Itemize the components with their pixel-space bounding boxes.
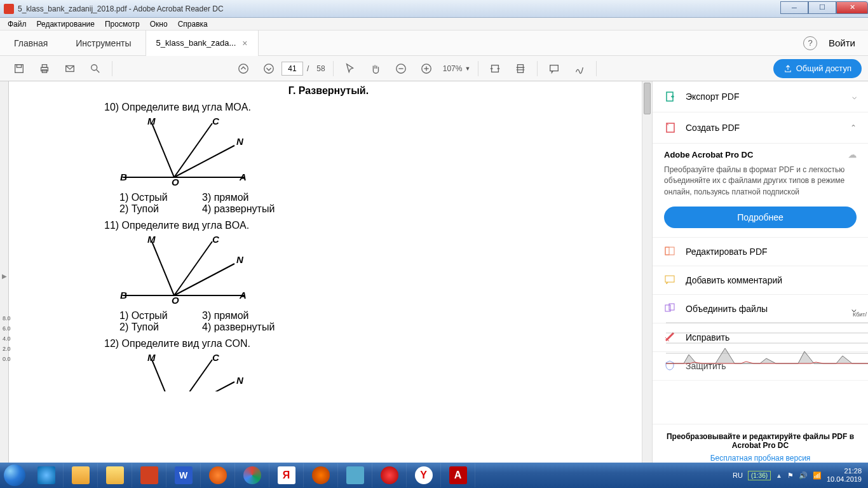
tray-overflow-icon[interactable]: ▲ [776, 472, 782, 479]
main-area: ▶ Г. Развернутый. 10) Определите вид угл… [0, 81, 868, 470]
free-trial-link[interactable]: Бесплатная пробная версия [661, 454, 859, 463]
search-icon[interactable] [86, 60, 104, 78]
help-button[interactable]: ? [803, 36, 817, 50]
flag-icon[interactable]: ⚑ [787, 471, 794, 480]
taskbar-opera[interactable] [372, 463, 407, 487]
taskbar-explorer[interactable] [64, 463, 98, 487]
window-titlebar: 5_klass_bank_zadanij_2018.pdf - Adobe Ac… [0, 0, 868, 18]
zoom-out-icon[interactable] [392, 60, 410, 78]
fit-page-icon[interactable] [512, 60, 529, 78]
svg-line-20 [174, 123, 212, 177]
export-label: Экспорт PDF [686, 92, 852, 102]
opt: 2) Тупой [119, 203, 202, 215]
create-label: Создать PDF [686, 123, 850, 133]
zoom-in-icon[interactable] [417, 60, 435, 78]
page-down-icon[interactable] [260, 60, 278, 78]
svg-text:O: O [172, 295, 179, 305]
menu-edit[interactable]: Редактирование [32, 18, 100, 30]
page-number-input[interactable] [281, 62, 303, 76]
tab-document-label: 5_klass_bank_zada... [156, 38, 236, 48]
battery-indicator[interactable]: (1:36) [748, 471, 771, 480]
svg-text:A: A [239, 290, 247, 301]
clock[interactable]: 21:28 10.04.2019 [827, 467, 862, 483]
svg-line-21 [174, 146, 234, 177]
opt: 4) развернутый [202, 322, 275, 333]
zoom-value: 107% [443, 64, 463, 73]
vertical-scrollbar[interactable]: ▲ ▼ [642, 81, 652, 470]
start-button[interactable] [0, 463, 29, 488]
taskbar-word[interactable]: W [166, 463, 201, 487]
chevron-down-icon: ⌵ [852, 92, 857, 101]
taskbar-acrobat[interactable]: A [441, 463, 475, 487]
svg-text:N: N [236, 254, 244, 265]
sign-icon[interactable] [571, 60, 588, 78]
fit-width-icon[interactable] [486, 60, 504, 78]
svg-rect-46 [665, 247, 674, 255]
panel-collapse-handle[interactable]: ▶ [0, 81, 9, 470]
angle-diagram-2: B O A M C N [117, 235, 616, 308]
svg-rect-16 [518, 64, 524, 72]
taskbar-ie[interactable] [29, 463, 64, 487]
tab-close-icon[interactable]: × [242, 38, 247, 48]
opt: 2) Тупой [119, 322, 202, 333]
protect-item[interactable]: Защитить [653, 352, 868, 381]
taskbar-yandex[interactable]: Я [269, 463, 304, 487]
question-10: 10) Определите вид угла MOA. [104, 102, 616, 113]
taskbar-app1[interactable] [304, 463, 338, 487]
comment-item[interactable]: Добавить комментарий [653, 266, 868, 295]
answer-g: Г. Развернутый. [41, 85, 616, 97]
svg-text:B: B [120, 290, 127, 301]
volume-icon[interactable]: 🔊 [799, 471, 808, 480]
menu-file[interactable]: Файл [3, 18, 32, 30]
redact-item[interactable]: Исправить [653, 323, 868, 352]
close-button[interactable]: ✕ [836, 1, 868, 14]
network-icon[interactable]: 📶 [813, 471, 822, 480]
taskbar-folder[interactable] [98, 463, 132, 487]
share-button[interactable]: Общий доступ [773, 59, 862, 78]
edit-pdf-item[interactable]: Редактировать PDF [653, 238, 868, 266]
svg-text:M: M [147, 353, 156, 363]
tab-document[interactable]: 5_klass_bank_zada... × [146, 30, 259, 56]
minimize-button[interactable]: ─ [780, 1, 808, 14]
edit-icon [664, 245, 677, 258]
taskbar-app2[interactable] [338, 463, 372, 487]
maximize-button[interactable]: ☐ [808, 1, 836, 14]
tab-home[interactable]: Главная [0, 30, 62, 56]
comment-icon[interactable] [545, 60, 563, 78]
page-up-icon[interactable] [234, 60, 252, 78]
angle-diagram-3: M C N [117, 353, 616, 394]
print-icon[interactable] [36, 60, 53, 78]
pointer-icon[interactable] [341, 60, 359, 78]
svg-text:C: C [212, 117, 220, 126]
mail-icon[interactable] [61, 60, 79, 78]
opt: 3) прямой [202, 310, 249, 322]
learn-more-button[interactable]: Подробнее [664, 207, 857, 228]
taskbar-firefox[interactable] [201, 463, 235, 487]
hand-icon[interactable] [367, 60, 384, 78]
signin-link[interactable]: Войти [829, 37, 868, 48]
language-indicator[interactable]: RU [733, 471, 743, 479]
svg-text:N: N [236, 136, 244, 147]
taskbar-yabrowser[interactable]: Y [407, 463, 441, 487]
taskbar-chrome[interactable] [235, 463, 269, 487]
export-pdf-item[interactable]: Экспорт PDF ⌵ [653, 81, 868, 112]
tab-tools[interactable]: Инструменты [62, 30, 145, 56]
svg-text:A: A [239, 172, 247, 182]
taskbar-powerpoint[interactable] [132, 463, 166, 487]
share-label: Общий доступ [796, 64, 851, 73]
svg-text:C: C [212, 353, 220, 363]
opt: 1) Острый [119, 192, 202, 203]
chevron-up-icon: ⌃ [850, 123, 857, 132]
menu-view[interactable]: Просмотр [100, 18, 145, 30]
document-scroll[interactable]: Г. Развернутый. 10) Определите вид угла … [9, 81, 642, 470]
footer-heading: Преобразовывайте и редактируйте файлы PD… [661, 432, 859, 450]
menu-help[interactable]: Справка [173, 18, 213, 30]
protect-icon [664, 360, 677, 372]
create-pdf-item[interactable]: Создать PDF ⌃ [653, 112, 868, 144]
save-icon[interactable] [10, 60, 28, 78]
svg-rect-1 [17, 64, 21, 67]
zoom-select[interactable]: 107%▼ [443, 64, 471, 73]
combine-item[interactable]: Объединить файлы ⌵ [653, 295, 868, 323]
scroll-thumb[interactable] [644, 83, 651, 114]
menu-window[interactable]: Окно [145, 18, 173, 30]
